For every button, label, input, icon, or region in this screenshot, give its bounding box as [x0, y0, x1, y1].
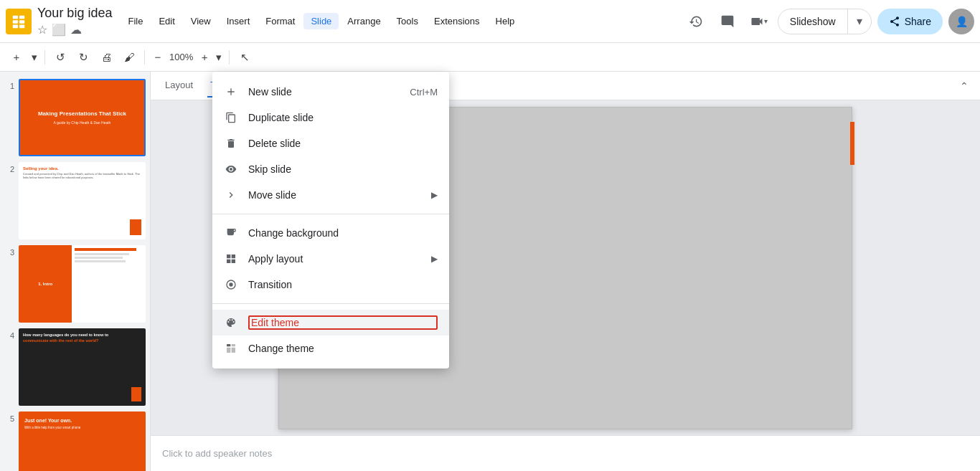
slide-thumb-4[interactable]: 4 How many languages do you need to know…: [3, 327, 147, 407]
layout-icon: [224, 252, 238, 266]
toolbar-divider-1: [44, 50, 45, 65]
menu-item-delete-slide[interactable]: Delete slide: [212, 130, 449, 156]
slide-image-3[interactable]: 1. Intro: [19, 245, 146, 323]
menu-tools[interactable]: Tools: [390, 13, 425, 29]
slide-image-5[interactable]: Just one! Your own. With a little help f…: [19, 411, 146, 471]
slide-number-5: 5: [4, 411, 14, 423]
menu-item-apply-layout[interactable]: Apply layout ▶: [212, 246, 449, 272]
move-icon: [224, 188, 238, 202]
app-icon[interactable]: [6, 9, 32, 34]
slideshow-main-btn[interactable]: Slideshow: [778, 9, 848, 34]
new-slide-shortcut: Ctrl+M: [410, 87, 438, 97]
zoom-in-btn[interactable]: +: [196, 47, 213, 68]
svg-rect-0: [13, 15, 18, 19]
menu-slide[interactable]: Slide: [303, 13, 339, 29]
undo-btn[interactable]: ↺: [50, 47, 71, 68]
plus-icon: [224, 85, 238, 99]
menu-item-new-slide[interactable]: New slide Ctrl+M: [212, 79, 449, 105]
apply-layout-arrow: ▶: [431, 254, 438, 264]
move-slide-label: Move slide: [248, 189, 421, 201]
svg-rect-5: [19, 24, 24, 28]
menu-item-move-slide[interactable]: Move slide ▶: [212, 182, 449, 208]
svg-rect-8: [227, 344, 230, 346]
slide-2-text: Created and presented by Chip and Dan He…: [23, 172, 141, 179]
folder-icon[interactable]: ⬜: [52, 23, 66, 37]
slide-orange-bar: [850, 122, 854, 165]
theme-edit-icon: [224, 315, 238, 330]
slide-4-orange: communicate with the rest of the world?: [23, 338, 141, 344]
cloud-icon[interactable]: ☁: [70, 23, 82, 37]
user-avatar[interactable]: 👤: [948, 9, 974, 34]
speaker-notes[interactable]: Click to add speaker notes: [151, 435, 980, 471]
zoom-out-btn[interactable]: −: [149, 47, 166, 68]
svg-rect-9: [232, 344, 235, 346]
menu-item-skip-slide[interactable]: Skip slide: [212, 156, 449, 182]
zoom-area: − 100% + ▾: [149, 47, 225, 68]
menubar: File Edit View Insert Format Slide Arran…: [121, 13, 682, 29]
slide-image-4[interactable]: How many languages do you need to know t…: [19, 328, 146, 406]
menu-insert[interactable]: Insert: [220, 13, 258, 29]
cursor-btn[interactable]: ↖: [234, 47, 255, 68]
slide-thumb-2[interactable]: 2 Selling your idea. Created and present…: [3, 161, 147, 241]
topbar-right: ▾ Slideshow ▾ Share 👤: [683, 9, 974, 34]
menu-divider-1: [212, 214, 449, 214]
duplicate-icon: [224, 110, 238, 125]
slideshow-dropdown-arrow[interactable]: ▾: [848, 9, 871, 34]
toolbar-divider-3: [229, 50, 230, 65]
change-theme-label: Change theme: [248, 343, 438, 354]
menu-section-2: Change background Apply layout ▶ Transit…: [212, 217, 449, 300]
print-btn[interactable]: 🖨: [95, 47, 117, 68]
redo-btn[interactable]: ↻: [72, 47, 94, 68]
menu-item-duplicate-slide[interactable]: Duplicate slide: [212, 105, 449, 130]
slide-1-subtitle: A guide by Chip Heath & Dan Heath: [54, 120, 111, 125]
menu-file[interactable]: File: [121, 13, 150, 29]
paint-btn[interactable]: 🖌: [118, 47, 140, 68]
add-btn[interactable]: +: [6, 47, 27, 68]
menu-item-change-background[interactable]: Change background: [212, 220, 449, 246]
slideshow-button[interactable]: Slideshow ▾: [778, 9, 872, 34]
trash-icon: [224, 136, 238, 151]
add-dropdown-btn[interactable]: ▾: [29, 47, 40, 68]
change-background-label: Change background: [248, 227, 438, 239]
slide-thumb-1[interactable]: 1 Making Presentations That Stick A guid…: [3, 77, 147, 158]
slide-image-2[interactable]: Selling your idea. Created and presented…: [19, 162, 146, 239]
slide-number-4: 4: [4, 328, 14, 340]
menu-help[interactable]: Help: [489, 13, 522, 29]
svg-point-7: [229, 282, 232, 286]
menu-item-transition[interactable]: Transition: [212, 272, 449, 298]
background-icon: [224, 226, 238, 240]
svg-rect-4: [13, 24, 18, 28]
menu-format[interactable]: Format: [258, 13, 302, 29]
theme-change-icon: [224, 341, 238, 356]
share-label: Share: [905, 16, 931, 27]
tabs-close-btn[interactable]: ⌃: [960, 80, 969, 92]
comments-icon-btn[interactable]: [715, 9, 740, 34]
menu-edit[interactable]: Edit: [151, 13, 182, 29]
slide-image-1[interactable]: Making Presentations That Stick A guide …: [19, 79, 146, 156]
video-icon-btn[interactable]: ▾: [746, 9, 772, 34]
tab-layout[interactable]: Layout: [162, 74, 196, 97]
zoom-level[interactable]: 100%: [166, 52, 196, 62]
delete-slide-label: Delete slide: [248, 138, 438, 149]
menu-extensions[interactable]: Extensions: [427, 13, 487, 29]
eye-icon: [224, 162, 238, 176]
transition-icon: [224, 277, 238, 292]
menu-view[interactable]: View: [184, 13, 218, 29]
menu-item-edit-theme[interactable]: Edit theme: [212, 310, 449, 336]
slide-thumb-5[interactable]: 5 Just one! Your own. With a little help…: [3, 410, 147, 471]
doc-title[interactable]: Your big idea: [37, 6, 112, 22]
star-icon[interactable]: ☆: [37, 23, 47, 37]
svg-rect-3: [19, 20, 24, 24]
menu-arrange[interactable]: Arrange: [340, 13, 387, 29]
zoom-dropdown-btn[interactable]: ▾: [213, 47, 225, 68]
menu-item-change-theme[interactable]: Change theme: [212, 336, 449, 361]
slide-thumb-3[interactable]: 3 1. Intro: [3, 244, 147, 324]
slide-2-title: Selling your idea.: [23, 166, 141, 171]
svg-rect-2: [13, 20, 18, 24]
new-slide-label: New slide: [248, 86, 400, 97]
transition-label: Transition: [248, 279, 438, 290]
history-icon-btn[interactable]: [683, 9, 709, 34]
title-icons: ☆ ⬜ ☁: [37, 23, 112, 37]
speaker-notes-placeholder[interactable]: Click to add speaker notes: [162, 448, 272, 459]
share-button[interactable]: Share: [877, 9, 943, 34]
